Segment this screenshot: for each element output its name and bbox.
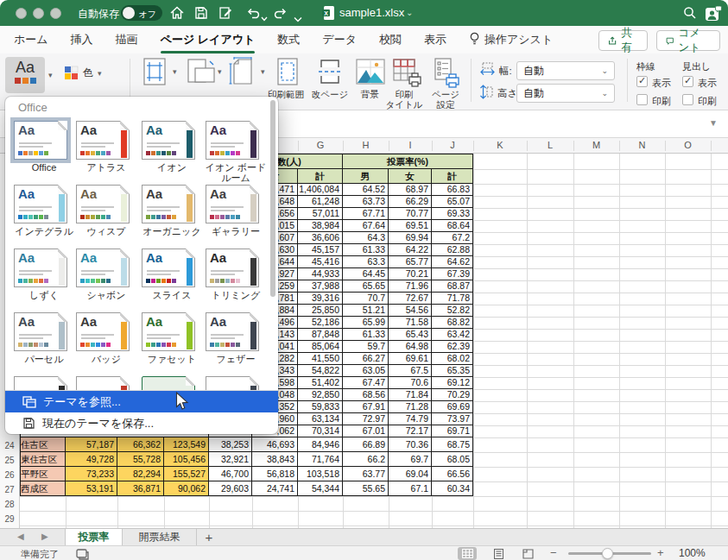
- sheet-cell[interactable]: 38,253: [209, 437, 252, 452]
- cell-j[interactable]: 66.83: [432, 184, 473, 196]
- sheet-cell[interactable]: 38,843: [252, 452, 298, 467]
- sheet-cell[interactable]: 60.34: [432, 481, 473, 496]
- theme-item[interactable]: Aaイオン ボードルーム: [206, 121, 266, 160]
- theme-item[interactable]: Aaトリミング: [206, 249, 266, 287]
- sheet-cell[interactable]: 32,921: [209, 452, 252, 467]
- column-header-N[interactable]: N: [619, 140, 665, 150]
- subheader-female[interactable]: 女: [389, 169, 432, 184]
- zoom-in-button[interactable]: +: [657, 546, 664, 559]
- cell-i[interactable]: 72.67: [389, 293, 432, 305]
- ward-name-cell[interactable]: 平野区: [20, 467, 66, 481]
- cell-j[interactable]: 68.64: [432, 220, 473, 232]
- cell-j[interactable]: 71.78: [432, 293, 473, 305]
- sheet-cell[interactable]: 67.1: [389, 481, 432, 496]
- cell-h[interactable]: 61.33: [343, 244, 389, 256]
- cell-g[interactable]: 70,314: [298, 425, 343, 437]
- headings-view-checkbox[interactable]: [682, 76, 693, 87]
- sheet-cell[interactable]: 66.56: [432, 467, 473, 481]
- cell-g[interactable]: 52,186: [298, 317, 343, 329]
- ward-name-cell[interactable]: 東住吉区: [20, 452, 66, 467]
- cell-j[interactable]: 69.71: [432, 425, 473, 437]
- height-dropdown[interactable]: 自動⌄: [516, 84, 615, 103]
- page-layout-view-button[interactable]: [489, 547, 508, 560]
- sheet-cell[interactable]: 36,871: [117, 481, 164, 496]
- theme-item[interactable]: Aaイオン: [142, 121, 202, 160]
- cell-i[interactable]: 72.17: [389, 425, 432, 437]
- cell-i[interactable]: 70.21: [389, 268, 432, 280]
- cell-h[interactable]: 51.21: [343, 305, 389, 317]
- cell-g[interactable]: 54,822: [298, 365, 343, 377]
- orientation-button[interactable]: [185, 56, 216, 91]
- zoom-out-button[interactable]: −: [550, 546, 557, 559]
- theme-item-partial[interactable]: [14, 376, 74, 390]
- orientation-chevron-icon[interactable]: ▾: [218, 67, 222, 76]
- cell-h[interactable]: 59.7: [343, 341, 389, 353]
- sheet-cell[interactable]: 69.7: [389, 452, 432, 467]
- sheet-tab-active[interactable]: 投票率: [65, 529, 123, 545]
- theme-item[interactable]: Aaフェザー: [206, 312, 266, 351]
- cell-i[interactable]: 64.98: [389, 341, 432, 353]
- cell-i[interactable]: 65.77: [389, 256, 432, 268]
- cell-j[interactable]: 52.82: [432, 305, 473, 317]
- undo-icon[interactable]: [245, 5, 261, 21]
- cell-g[interactable]: 51,402: [298, 377, 343, 389]
- row-header-28[interactable]: 28: [0, 500, 19, 509]
- column-header-J[interactable]: J: [432, 140, 473, 150]
- column-header-L[interactable]: L: [527, 140, 573, 150]
- gridlines-print-checkbox[interactable]: [636, 94, 648, 105]
- cell-j[interactable]: 69.69: [432, 401, 473, 413]
- cell-h[interactable]: 61.33: [343, 329, 389, 341]
- cell-j[interactable]: 69.12: [432, 377, 473, 389]
- theme-item-partial[interactable]: [206, 376, 266, 390]
- theme-item[interactable]: Aaファセット: [142, 312, 202, 351]
- cell-j[interactable]: 73.97: [432, 413, 473, 425]
- cell-h[interactable]: 67.47: [343, 377, 389, 389]
- cell-h[interactable]: 64.52: [343, 184, 389, 196]
- size-chevron-icon[interactable]: ▾: [261, 67, 265, 76]
- cell-g[interactable]: 59,833: [298, 401, 343, 413]
- print-titles-button[interactable]: [390, 56, 423, 92]
- cell-i[interactable]: 71.84: [389, 389, 432, 401]
- cell-i[interactable]: 69.51: [389, 220, 432, 232]
- column-header-I[interactable]: I: [389, 140, 432, 150]
- cell-j[interactable]: 62.39: [432, 341, 473, 353]
- formula-bar-collapse-icon[interactable]: ▼: [709, 118, 718, 128]
- cell-h[interactable]: 63.73: [343, 196, 389, 208]
- cell-i[interactable]: 74.79: [389, 413, 432, 425]
- subheader-total[interactable]: 計: [432, 169, 473, 184]
- cell-g[interactable]: 63,134: [298, 413, 343, 425]
- save-icon[interactable]: [193, 5, 209, 21]
- theme-item[interactable]: Aaオーガニック: [142, 185, 202, 223]
- cell-h[interactable]: 64.45: [343, 268, 389, 280]
- sheet-tab-inactive[interactable]: 開票結果: [123, 529, 197, 545]
- cell-g[interactable]: 38,984: [298, 220, 343, 232]
- theme-item[interactable]: AaOffice: [14, 121, 74, 160]
- column-header-K[interactable]: K: [473, 140, 527, 150]
- cell-i[interactable]: 54.56: [389, 305, 432, 317]
- cell-j[interactable]: 68.87: [432, 280, 473, 293]
- cell-i[interactable]: 71.58: [389, 317, 432, 329]
- theme-item-partial[interactable]: [142, 376, 202, 390]
- cell-h[interactable]: 67.64: [343, 220, 389, 232]
- ward-name-cell[interactable]: 住吉区: [20, 437, 66, 452]
- home-icon[interactable]: [169, 5, 185, 21]
- cell-g[interactable]: 61,248: [298, 196, 343, 208]
- close-window-button[interactable]: [16, 8, 27, 19]
- share-button[interactable]: 共有: [598, 30, 648, 51]
- width-dropdown[interactable]: 自動⌄: [516, 61, 615, 80]
- cell-h[interactable]: 65.99: [343, 317, 389, 329]
- size-button[interactable]: [228, 56, 257, 91]
- subheader-male[interactable]: 男: [343, 169, 389, 184]
- theme-item[interactable]: Aaスライス: [142, 249, 202, 287]
- redo-icon[interactable]: [273, 5, 288, 21]
- row-header-29[interactable]: 29: [0, 514, 19, 524]
- column-header-G[interactable]: G: [298, 140, 343, 150]
- sheet-cell[interactable]: 69.04: [389, 467, 432, 481]
- sheet-cell[interactable]: 66.89: [343, 437, 389, 452]
- cell-g[interactable]: 44,933: [298, 268, 343, 280]
- column-header-H[interactable]: H: [343, 140, 389, 150]
- print-area-button[interactable]: [273, 56, 302, 91]
- cell-i[interactable]: 70.77: [389, 208, 432, 220]
- cell-j[interactable]: 64.62: [432, 256, 473, 268]
- sheet-cell[interactable]: 24,741: [252, 481, 298, 496]
